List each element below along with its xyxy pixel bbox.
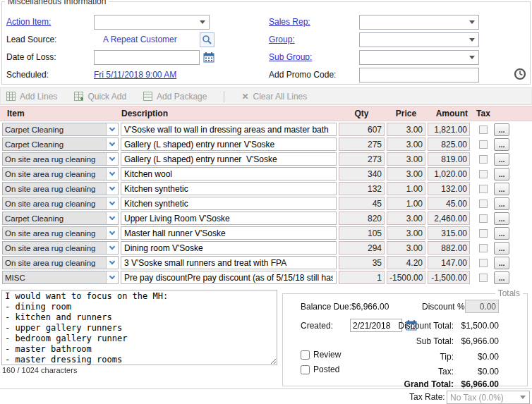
group-select[interactable] bbox=[359, 32, 479, 47]
description-input[interactable] bbox=[121, 182, 337, 195]
add-lines-button[interactable]: Add Lines bbox=[6, 92, 57, 102]
promo-code-button[interactable] bbox=[514, 68, 526, 80]
price-input[interactable] bbox=[387, 271, 425, 284]
price-input[interactable] bbox=[387, 167, 425, 180]
price-input[interactable] bbox=[387, 212, 425, 225]
qty-input[interactable] bbox=[339, 123, 385, 136]
price-input[interactable] bbox=[387, 197, 425, 210]
row-options-button[interactable]: ... bbox=[494, 257, 509, 269]
chevron-down-icon[interactable] bbox=[106, 183, 118, 195]
chevron-down-icon[interactable] bbox=[106, 242, 118, 254]
item-select[interactable]: On site area rug cleaning bbox=[2, 197, 119, 210]
qty-input[interactable] bbox=[339, 152, 385, 166]
amount-input[interactable] bbox=[428, 152, 470, 166]
tax-checkbox[interactable] bbox=[479, 214, 488, 223]
chevron-down-icon[interactable] bbox=[106, 227, 118, 239]
posted-checkbox[interactable] bbox=[301, 365, 310, 374]
description-input[interactable] bbox=[121, 271, 337, 284]
price-input[interactable] bbox=[387, 256, 425, 269]
tax-checkbox[interactable] bbox=[479, 155, 488, 164]
amount-input[interactable] bbox=[428, 212, 470, 225]
amount-input[interactable] bbox=[428, 256, 470, 269]
description-input[interactable] bbox=[121, 226, 337, 240]
item-select[interactable]: Carpet Cleaning bbox=[2, 137, 119, 151]
chevron-down-icon[interactable] bbox=[106, 271, 118, 283]
description-input[interactable] bbox=[121, 152, 337, 166]
tax-checkbox[interactable] bbox=[479, 200, 488, 208]
qty-input[interactable] bbox=[339, 256, 385, 269]
tax-checkbox[interactable] bbox=[479, 244, 488, 252]
row-options-button[interactable]: ... bbox=[494, 271, 509, 284]
clear-all-lines-button[interactable]: ✕ Clear All Lines bbox=[241, 92, 307, 102]
created-date-input[interactable] bbox=[350, 319, 402, 332]
group-label[interactable]: Group: bbox=[269, 35, 295, 44]
description-input[interactable] bbox=[121, 197, 337, 210]
row-options-button[interactable]: ... bbox=[494, 138, 509, 151]
item-select[interactable]: On site area rug cleaning bbox=[2, 182, 119, 195]
item-select[interactable]: On site area rug cleaning bbox=[2, 167, 119, 180]
amount-input[interactable] bbox=[428, 123, 470, 136]
item-select[interactable]: Carpet Cleaning bbox=[2, 123, 119, 136]
row-options-button[interactable]: ... bbox=[494, 227, 509, 240]
chevron-down-icon[interactable] bbox=[106, 123, 118, 135]
amount-input[interactable] bbox=[428, 137, 470, 151]
row-options-button[interactable]: ... bbox=[494, 168, 509, 180]
tax-checkbox[interactable] bbox=[479, 140, 488, 149]
review-checkbox[interactable] bbox=[301, 350, 310, 360]
description-input[interactable] bbox=[121, 167, 337, 180]
amount-input[interactable] bbox=[428, 182, 470, 195]
amount-input[interactable] bbox=[428, 241, 470, 255]
qty-input[interactable] bbox=[339, 226, 385, 240]
qty-input[interactable] bbox=[339, 241, 385, 255]
amount-input[interactable] bbox=[428, 167, 470, 180]
row-options-button[interactable]: ... bbox=[494, 153, 509, 166]
price-input[interactable] bbox=[387, 226, 425, 240]
action-item-select[interactable] bbox=[94, 15, 210, 30]
row-options-button[interactable]: ... bbox=[494, 183, 509, 195]
item-select[interactable]: On site area rug cleaning bbox=[2, 152, 119, 166]
sales-rep-label[interactable]: Sales Rep: bbox=[269, 17, 310, 27]
item-select[interactable]: MISC bbox=[2, 271, 119, 284]
review-option[interactable]: Review bbox=[301, 350, 341, 360]
chevron-down-icon[interactable] bbox=[106, 197, 118, 209]
posted-option[interactable]: Posted bbox=[301, 365, 339, 374]
sub-group-select[interactable] bbox=[359, 50, 479, 65]
price-input[interactable] bbox=[387, 182, 425, 195]
description-input[interactable] bbox=[121, 256, 337, 269]
chevron-down-icon[interactable] bbox=[106, 168, 118, 180]
chevron-down-icon[interactable] bbox=[106, 153, 118, 165]
qty-input[interactable] bbox=[339, 197, 385, 210]
price-input[interactable] bbox=[387, 137, 425, 151]
sub-group-label[interactable]: Sub Group: bbox=[269, 52, 312, 62]
qty-input[interactable] bbox=[339, 182, 385, 195]
item-select[interactable]: Carpet Cleaning bbox=[2, 212, 119, 225]
description-input[interactable] bbox=[121, 241, 337, 255]
lead-source-search-button[interactable] bbox=[200, 32, 214, 47]
tax-checkbox[interactable] bbox=[479, 185, 488, 193]
date-of-loss-input[interactable] bbox=[94, 50, 200, 65]
row-options-button[interactable]: ... bbox=[494, 197, 509, 210]
tax-checkbox[interactable] bbox=[479, 170, 488, 178]
qty-input[interactable] bbox=[339, 212, 385, 225]
chevron-down-icon[interactable] bbox=[106, 257, 118, 269]
price-input[interactable] bbox=[387, 123, 425, 136]
amount-input[interactable] bbox=[428, 197, 470, 210]
row-options-button[interactable]: ... bbox=[494, 212, 509, 225]
row-options-button[interactable]: ... bbox=[494, 123, 509, 136]
qty-input[interactable] bbox=[339, 167, 385, 180]
item-select[interactable]: On site area rug cleaning bbox=[2, 241, 119, 255]
chevron-down-icon[interactable] bbox=[106, 212, 118, 224]
chevron-down-icon[interactable] bbox=[106, 138, 118, 150]
description-input[interactable] bbox=[121, 123, 337, 136]
description-input[interactable] bbox=[121, 137, 337, 151]
date-of-loss-calendar-button[interactable] bbox=[203, 51, 214, 63]
notes-textarea[interactable]: I would want to focus on the MH: - dinin… bbox=[1, 290, 277, 365]
price-input[interactable] bbox=[387, 241, 425, 255]
tax-rate-select[interactable]: No Tax (0.0%) bbox=[447, 391, 530, 404]
qty-input[interactable] bbox=[339, 271, 385, 284]
sales-rep-select[interactable] bbox=[359, 15, 479, 30]
row-options-button[interactable]: ... bbox=[494, 242, 509, 255]
tax-checkbox[interactable] bbox=[479, 126, 488, 134]
item-select[interactable]: On site area rug cleaning bbox=[2, 226, 119, 240]
quick-add-button[interactable]: Quick Add bbox=[74, 92, 126, 102]
